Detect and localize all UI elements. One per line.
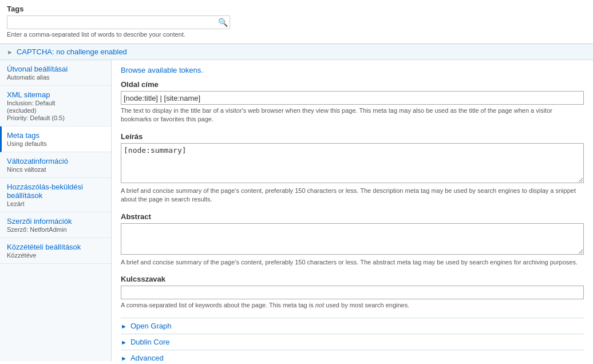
advanced-arrow-icon: ►	[121, 355, 127, 361]
captcha-link[interactable]: CAPTCHA: no challenge enabled	[17, 48, 127, 56]
sidebar-item-szerzoi[interactable]: Szerzői információk Szerző: NetfortAdmin	[0, 212, 111, 238]
sidebar-item-meta-title: Meta tags	[7, 131, 104, 140]
dublin-core-arrow-icon: ►	[121, 339, 127, 346]
sidebar-item-utvonal-subtitle: Automatic alias	[7, 74, 104, 81]
sidebar-item-xml-title: XML sitemap	[7, 90, 104, 99]
sidebar-item-xml-subtitle3: Priority: Default (0.5)	[7, 114, 104, 121]
field-leiras-label: Leírás	[121, 132, 584, 141]
advanced-label: Advanced	[131, 354, 164, 361]
sidebar-item-szerzoi-subtitle: Szerző: NetfortAdmin	[7, 226, 104, 233]
field-kulcsszavak-input[interactable]	[121, 286, 584, 299]
sidebar-item-valtozat-subtitle: Nincs változat	[7, 166, 104, 173]
field-kulcsszavak: Kulcsszavak A comma-separated list of ke…	[121, 275, 584, 310]
field-oldal-cime-label: Oldal címe	[121, 80, 584, 89]
sidebar-item-kozzetétel-subtitle: Közzétéve	[7, 252, 104, 259]
tags-section: Tags 🔍 Enter a comma-separated list of w…	[0, 0, 593, 44]
tags-label: Tags	[7, 5, 586, 13]
sidebar-item-kozzetétel-title: Közzétételi beállítások	[7, 243, 104, 251]
sidebar-item-hozzaszolas[interactable]: Hozzászólás-beküldési beállítások Lezárt	[0, 178, 111, 212]
sidebar-item-szerzoi-title: Szerzői információk	[7, 217, 104, 225]
sidebar-item-xml-subtitle1: Inclusion: Default	[7, 100, 104, 106]
field-oldal-cime-desc: The text to display in the title bar of …	[121, 106, 584, 124]
sidebar-item-hozzaszolas-title: Hozzászólás-beküldési beállítások	[7, 183, 104, 200]
sidebar: Útvonal beállításai Automatic alias XML …	[0, 60, 112, 361]
sidebar-item-valtozat-title: Változatinformáció	[7, 157, 104, 165]
tags-input[interactable]	[7, 15, 230, 29]
sidebar-item-hozzaszolas-subtitle: Lezárt	[7, 200, 104, 207]
sidebar-item-meta-subtitle: Using defaults	[7, 140, 104, 147]
search-icon[interactable]: 🔍	[218, 18, 228, 27]
tags-hint: Enter a comma-separated list of words to…	[7, 31, 586, 38]
field-abstract-textarea[interactable]	[121, 223, 584, 255]
sidebar-item-utvonal-title: Útvonal beállításai	[7, 65, 104, 73]
field-abstract-desc: A brief and concise summary of the page'…	[121, 258, 584, 267]
field-leiras: Leírás [node:summary] A brief and concis…	[121, 132, 584, 204]
main-area: Útvonal beállításai Automatic alias XML …	[0, 60, 593, 361]
content-area: Browse available tokens. Oldal címe The …	[112, 60, 593, 361]
captcha-row: ► CAPTCHA: no challenge enabled	[0, 44, 593, 60]
sidebar-item-valtozat[interactable]: Változatinformáció Nincs változat	[0, 152, 111, 178]
open-graph-label: Open Graph	[131, 322, 172, 330]
field-abstract-label: Abstract	[121, 212, 584, 221]
field-kulcsszavak-label: Kulcsszavak	[121, 275, 584, 283]
sidebar-item-utvonal[interactable]: Útvonal beállításai Automatic alias	[0, 60, 111, 86]
sidebar-item-meta[interactable]: Meta tags Using defaults	[0, 126, 111, 152]
sidebar-item-kozzetétel[interactable]: Közzétételi beállítások Közzétéve	[0, 238, 111, 264]
field-leiras-desc: A brief and concise summary of the page'…	[121, 187, 584, 204]
collapsible-advanced[interactable]: ► Advanced	[121, 350, 584, 361]
browse-tokens-link[interactable]: Browse available tokens.	[121, 66, 584, 74]
field-abstract: Abstract A brief and concise summary of …	[121, 212, 584, 267]
open-graph-arrow-icon: ►	[121, 323, 127, 330]
field-oldal-cime: Oldal címe The text to display in the ti…	[121, 80, 584, 124]
sidebar-item-xml[interactable]: XML sitemap Inclusion: Default (excluded…	[0, 86, 111, 126]
dublin-core-label: Dublin Core	[131, 338, 170, 346]
captcha-toggle-icon[interactable]: ►	[7, 49, 13, 56]
tags-input-wrap: 🔍	[7, 15, 230, 29]
collapsible-open-graph[interactable]: ► Open Graph	[121, 318, 584, 334]
collapsible-dublin-core[interactable]: ► Dublin Core	[121, 334, 584, 350]
field-leiras-textarea[interactable]: [node:summary]	[121, 143, 584, 183]
field-kulcsszavak-desc: A comma-separated list of keywords about…	[121, 301, 584, 310]
sidebar-item-xml-subtitle2: (excluded)	[7, 107, 104, 114]
field-oldal-cime-input[interactable]	[121, 91, 584, 105]
